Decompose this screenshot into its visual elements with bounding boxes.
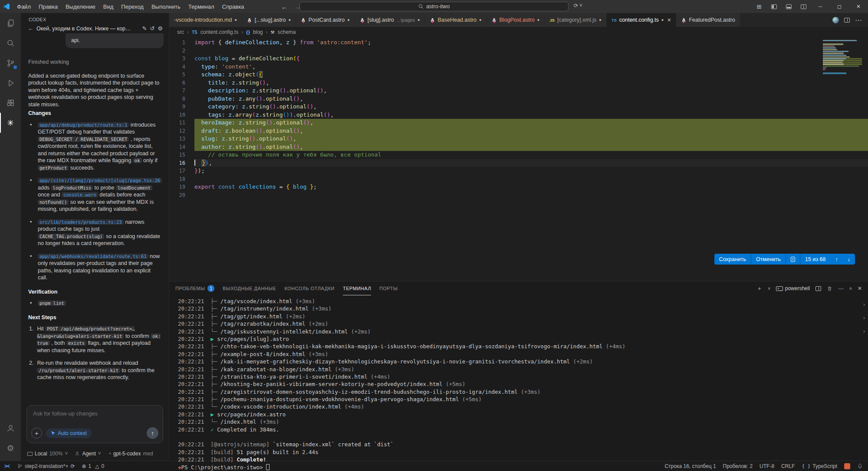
nav-back-icon[interactable]: ← — [281, 3, 288, 10]
command-center-search[interactable]: astro-itwo — [299, 2, 569, 11]
activity-accounts-icon[interactable] — [0, 418, 21, 438]
minimap[interactable] — [823, 40, 862, 76]
terminal-panel: ПРОБЛЕМЫ1ВЫХОДНЫЕ ДАННЫЕКОНСОЛЬ ОТЛАДКИТ… — [169, 281, 868, 461]
open-diff-icon[interactable] — [786, 254, 800, 265]
split-editor-icon[interactable] — [844, 18, 850, 23]
shell-label[interactable]: >_ powershell — [776, 285, 810, 291]
close-panel-icon[interactable]: ✕ — [858, 285, 862, 291]
tab-BaseHead.astro[interactable]: ABaseHead.astro● — [425, 13, 486, 27]
file-link[interactable]: app/api/webhooks/revalidate/route.ts:61 — [38, 254, 148, 259]
rail-icon[interactable]: › — [863, 328, 865, 334]
minimap-line — [823, 55, 862, 56]
branch-indicator[interactable]: step2-translation*+ ⟳ — [14, 461, 78, 471]
terminal-prompt[interactable]: ❖PS C:\project\astro-itwo> — [178, 464, 855, 471]
history-icon[interactable]: ↺ — [150, 25, 155, 32]
add-attachment-button[interactable]: + — [31, 428, 42, 438]
tab-BlogPost.astro[interactable]: ABlogPost.astro● — [487, 13, 545, 27]
activity-extensions-icon[interactable] — [0, 93, 21, 113]
code-editor[interactable]: 1import { defineCollection, z } from 'as… — [169, 37, 868, 281]
file-link[interactable]: app/api/debug/product/route.ts:1 — [38, 122, 129, 128]
next-change-icon[interactable]: ↓ — [843, 254, 855, 265]
thread-title[interactable]: Окей, уходим в Codex. Ниже — кор… — [36, 26, 139, 32]
text-segment: to probe — [93, 185, 116, 191]
close-icon[interactable]: ✕ — [667, 17, 671, 23]
activity-source-control-icon[interactable] — [0, 53, 21, 73]
menu-Выполнить[interactable]: Выполнить — [148, 2, 184, 11]
gear-icon[interactable]: ⚙ — [158, 25, 163, 32]
menu-Вид[interactable]: Вид — [99, 2, 118, 11]
kill-terminal-icon[interactable] — [827, 286, 832, 291]
customize-layout-icon[interactable] — [796, 0, 811, 13]
line-number: 16 — [169, 159, 194, 167]
environment-selector[interactable]: Local 100% ˅ — [27, 451, 68, 457]
activity-explorer-icon[interactable] — [0, 13, 21, 33]
prev-change-icon[interactable]: ↑ — [831, 254, 843, 265]
js-file-icon: JS — [549, 18, 555, 23]
multi-window-icon[interactable]: ⊞ — [752, 0, 766, 13]
window-maximize-button[interactable]: ◻ — [830, 0, 849, 13]
activity-search-icon[interactable] — [0, 33, 21, 53]
modified-dot-icon: ● — [288, 18, 290, 22]
panel-tab-ПОРТЫ[interactable]: ПОРТЫ — [379, 281, 398, 295]
astro-file-icon: A — [360, 17, 365, 23]
activity-settings-icon[interactable]: ⚙ — [0, 438, 21, 458]
send-button[interactable]: ↑ — [147, 427, 158, 439]
tab-[category].xml.js[interactable]: JS[category].xml.js● — [545, 13, 606, 27]
menu-Правка[interactable]: Правка — [35, 2, 62, 11]
save-button[interactable]: Сохранить — [714, 254, 751, 265]
toggle-sidebar-icon[interactable] — [766, 0, 781, 13]
split-terminal-icon[interactable] — [815, 286, 821, 291]
activity-codex-icon[interactable]: ✳ — [0, 113, 21, 133]
menu-Справка[interactable]: Справка — [218, 2, 248, 11]
activity-run-debug-icon[interactable] — [0, 73, 21, 93]
more-actions-icon[interactable]: ⋯ — [838, 285, 844, 292]
window-close-button[interactable]: ✕ — [849, 0, 868, 13]
run-recent-dropdown[interactable]: ⟳˅ — [574, 3, 582, 9]
model-selector[interactable]: ◔ gpt-5-codex med — [108, 451, 153, 457]
tab-content.config.ts[interactable]: TScontent.config.ts●✕ — [607, 13, 676, 27]
tab-[...slug].astro[interactable]: A[...slug].astro● — [242, 13, 296, 27]
menu-Терминал[interactable]: Терминал — [184, 2, 218, 11]
terminal-profile-chevron-icon[interactable]: ˅ — [768, 286, 770, 291]
toggle-panel-icon[interactable] — [781, 0, 796, 13]
file-link[interactable]: console.warn — [62, 192, 98, 197]
new-chat-icon[interactable]: ✎ — [142, 25, 147, 32]
menu-Выделение[interactable]: Выделение — [62, 2, 99, 11]
mode-selector[interactable]: Agent ˅ — [75, 451, 101, 457]
auto-context-toggle[interactable]: Auto context — [46, 428, 92, 438]
tab-PostCard.astro[interactable]: APostCard.astro● — [296, 13, 355, 27]
tab-FeaturedPost.astro[interactable]: AFeaturedPost.astro — [676, 13, 740, 27]
menu-Переход[interactable]: Переход — [117, 2, 148, 11]
modified-dot-icon: ● — [537, 18, 539, 22]
rail-icon[interactable]: › — [863, 315, 865, 321]
panel-tab-КОНСОЛЬ ОТЛАДКИ[interactable]: КОНСОЛЬ ОТЛАДКИ — [284, 281, 335, 295]
sync-icon: ⟳ — [70, 463, 75, 469]
remote-indicator[interactable]: >< — [0, 461, 14, 471]
terminal-output[interactable]: 20:22:21 ├─ /tag/vscode/index.html (+3ms… — [169, 295, 868, 471]
tab-[slug].astro[interactable]: A[slug].astro...\pages● — [355, 13, 425, 27]
panel-tab-ВЫХОДНЫЕ ДАННЫЕ[interactable]: ВЫХОДНЫЕ ДАННЫЕ — [223, 281, 276, 295]
tab--vscode-introduction.md[interactable]: -vscode-introduction.md● — [169, 13, 242, 27]
preview-icon[interactable] — [832, 17, 839, 23]
terminal-line: 20:22:21 ├─ /tag/razrabotka/index.html (… — [178, 320, 855, 327]
menu-Файл[interactable]: Файл — [13, 2, 35, 11]
maximize-panel-icon[interactable]: ˄ — [849, 286, 852, 291]
minimap-line — [823, 67, 862, 69]
back-arrow-icon[interactable]: ← — [28, 25, 33, 32]
line-number: 7 — [169, 87, 194, 95]
breadcrumb[interactable]: src› TS content.config.ts› { } blog› ⚒ s… — [169, 27, 868, 37]
panel-tab-ПРОБЛЕМЫ[interactable]: ПРОБЛЕМЫ1 — [175, 281, 214, 295]
window-minimize-button[interactable]: ─ — [811, 0, 830, 13]
panel-tab-ТЕРМИНАЛ[interactable]: ТЕРМИНАЛ — [343, 281, 371, 295]
change-counter: 15 из 68 — [800, 254, 830, 265]
new-terminal-icon[interactable]: ＋ — [756, 285, 762, 292]
discard-button[interactable]: Отменить — [751, 254, 786, 265]
problems-indicator[interactable]: ⊗1 △0 — [78, 461, 108, 471]
text-segment: , both — [50, 340, 66, 346]
rail-icon[interactable]: › — [863, 301, 865, 307]
file-link[interactable]: src/lib/loaders/products.ts:23 — [38, 219, 124, 225]
more-actions-icon[interactable]: ⋯ — [855, 16, 862, 24]
file-link[interactable]: app/(site)/[lang]/product/[slug]/page.ts… — [38, 178, 162, 183]
chat-input[interactable]: Ask for follow-up changes + Auto context… — [26, 405, 163, 443]
chat-scroll-area[interactable]: Finished working Added a secret-gated de… — [21, 48, 169, 402]
